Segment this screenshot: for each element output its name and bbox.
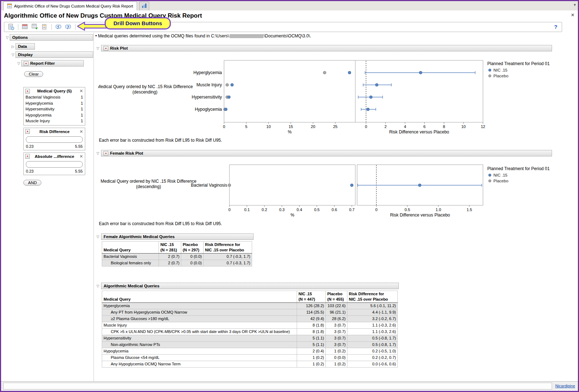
remove-filter-icon[interactable]: ✕ bbox=[79, 129, 83, 134]
tab-overflow-icon[interactable]: ▾ bbox=[574, 3, 576, 7]
data-table-icon[interactable] bbox=[21, 23, 29, 31]
table-row[interactable]: Non-algorithmic Narrow PTs5 (1.1)3 (0.7)… bbox=[102, 342, 398, 348]
disclosure-closed-icon[interactable]: ▷ bbox=[10, 45, 15, 49]
risk-difference-range-slider[interactable] bbox=[26, 136, 83, 143]
red-triangle-menu-icon[interactable]: ▼ bbox=[25, 154, 30, 159]
tab-chart[interactable] bbox=[139, 1, 149, 10]
row-label: Hyperglycemia bbox=[102, 303, 297, 309]
clear-button[interactable]: Clear bbox=[24, 71, 43, 77]
plot-panel bbox=[224, 60, 483, 122]
disclosure-open-icon[interactable]: ▽ bbox=[95, 151, 100, 155]
help-button[interactable]: ? bbox=[554, 24, 557, 30]
legend-item[interactable]: Placebo bbox=[493, 179, 509, 183]
cell-value: 2 (0.7) bbox=[159, 260, 181, 266]
section-bar[interactable]: Female Algorithmic Medical Queries bbox=[101, 233, 254, 240]
disclosure-open-icon[interactable]: ▽ bbox=[95, 284, 100, 288]
filter-list-item[interactable]: Hyperglycemia1 bbox=[24, 100, 85, 106]
table-row[interactable]: Any PT from Hyperglycemia OCMQ Narrow114… bbox=[102, 309, 398, 316]
disclosure-open-icon[interactable]: ▽ bbox=[95, 235, 100, 239]
absolute-difference-range-slider[interactable] bbox=[26, 161, 83, 168]
category-label: Hypersensitivity bbox=[192, 95, 222, 100]
risk-difference-marker[interactable] bbox=[369, 96, 372, 99]
percent-panel bbox=[229, 165, 355, 205]
filter-item-label: Bacterial Vaginosis bbox=[26, 94, 60, 100]
section-title: Risk Plot bbox=[110, 46, 128, 50]
report-icon[interactable] bbox=[7, 23, 15, 31]
red-triangle-menu-icon[interactable]: ▼ bbox=[24, 61, 28, 66]
save-table-icon[interactable] bbox=[31, 23, 39, 31]
disclosure-open-icon[interactable]: ▽ bbox=[16, 61, 21, 65]
journal-icon[interactable] bbox=[41, 23, 49, 31]
placebo-marker[interactable] bbox=[323, 71, 326, 74]
nic15-marker[interactable] bbox=[224, 108, 227, 111]
table-row[interactable]: Plasma Glucose <54 mg/dL1 (0.2)0 (0.0)0.… bbox=[102, 355, 398, 361]
cell-value: 0.2 (-0.5, 1.0) bbox=[347, 348, 398, 355]
cell-value: 96 (21.1) bbox=[326, 309, 347, 316]
column-header[interactable]: NIC .15(N = 281) bbox=[159, 242, 181, 254]
filter-list-item[interactable]: Bacterial Vaginosis1 bbox=[24, 94, 85, 100]
annotation-forward-icon[interactable] bbox=[64, 23, 72, 31]
placebo-marker[interactable] bbox=[226, 83, 229, 86]
nic15-marker[interactable] bbox=[348, 71, 351, 74]
red-triangle-menu-icon[interactable]: ▼ bbox=[104, 151, 108, 156]
annotation-back-icon[interactable] bbox=[55, 23, 63, 31]
tab-report[interactable]: Algorithmic Office of New Drugs Custom M… bbox=[3, 1, 137, 10]
red-triangle-menu-icon[interactable]: ▼ bbox=[25, 129, 30, 134]
page-title: Algorithmic Office of New Drugs Custom M… bbox=[1, 10, 578, 19]
disclosure-open-icon[interactable]: ▽ bbox=[95, 46, 100, 50]
status-link[interactable]: Nicardipine bbox=[555, 384, 575, 388]
column-header[interactable]: Placebo(N = 455) bbox=[326, 291, 347, 303]
close-icon[interactable]: × bbox=[571, 12, 574, 18]
section-bar[interactable]: ▼ Female Risk Plot bbox=[101, 150, 552, 156]
absolute-difference-filter-panel: ▼ Absolute ...ifference ✕ 0.23 5.55 bbox=[23, 152, 85, 175]
cell-value: 5.6 (-0.1, 11.2) bbox=[347, 303, 398, 309]
risk-difference-marker[interactable] bbox=[418, 184, 421, 187]
table-row[interactable]: CPK >5 x ULN AND NO (CPK-MB/CPK >0.05 wi… bbox=[102, 329, 398, 335]
and-button[interactable]: AND bbox=[23, 180, 41, 186]
table-row[interactable]: Hypoglycemia2 (0.4)1 (0.2)0.2 (-0.5, 1.0… bbox=[102, 348, 398, 355]
remove-filter-icon[interactable]: ✕ bbox=[79, 88, 83, 94]
cell-value: 3 (0.7) bbox=[326, 322, 347, 329]
sidebar-item-display[interactable]: ▽ Display bbox=[10, 51, 93, 58]
filter-list-item[interactable]: Hypoglycemia1 bbox=[24, 112, 85, 118]
table-row[interactable]: Any Hypoglycemia OCMQ Narrow Term1 (0.2)… bbox=[102, 361, 398, 368]
table-row[interactable]: Muscle Injury8 (1.8)3 (0.7)1.1 (-0.3, 2.… bbox=[102, 322, 398, 329]
disclosure-open-icon[interactable]: ▽ bbox=[10, 53, 15, 57]
column-header[interactable]: Risk Difference forNIC .15 over Placebo bbox=[204, 242, 252, 254]
legend-item[interactable]: Placebo bbox=[493, 74, 509, 78]
filter-list-item[interactable]: Hypersensitivity1 bbox=[24, 106, 85, 112]
nic15-marker[interactable] bbox=[231, 83, 233, 86]
sidebar-item-options[interactable]: ▽ Options bbox=[5, 34, 93, 41]
column-header[interactable]: Risk Difference forNIC .15 over Placebo bbox=[347, 291, 398, 303]
sidebar-item-report-filter[interactable]: ▽ ▼ Report Filter bbox=[16, 60, 93, 67]
column-header[interactable]: Medical Query bbox=[102, 242, 159, 254]
section-bar[interactable]: Algorithmic Medical Queries bbox=[101, 283, 399, 289]
filter-list-item[interactable]: Muscle Injury1 bbox=[24, 118, 85, 124]
risk-difference-marker[interactable] bbox=[375, 83, 378, 86]
table-row[interactable]: Biological females only2 (0.7)0 (0.0)0.7… bbox=[102, 260, 252, 266]
table-row[interactable]: Bacterial Vaginosis2 (0.7)0 (0.0)0.7 (-0… bbox=[102, 254, 252, 260]
sidebar-item-data[interactable]: ▷ Data bbox=[10, 43, 93, 50]
sidebar: ▽ Options ▷ Data ▽ Display ▽ ▼ Report Fi… bbox=[4, 33, 93, 382]
cell-value: 1.1 (-0.3, 2.6) bbox=[347, 329, 398, 335]
table-row[interactable]: Hypersensitivity5 (1.1)3 (0.7)0.5 (-0.8,… bbox=[102, 335, 398, 342]
risk-difference-marker[interactable] bbox=[419, 71, 422, 74]
column-header[interactable]: NIC .15(N = 447) bbox=[297, 291, 326, 303]
nic15-marker[interactable] bbox=[228, 96, 231, 99]
risk-difference-marker[interactable] bbox=[366, 108, 369, 111]
column-header[interactable]: Placebo(N = 297) bbox=[181, 242, 204, 254]
display-label: Display bbox=[18, 53, 33, 57]
remove-filter-icon[interactable]: ✕ bbox=[79, 154, 83, 159]
section-bar[interactable]: ▼ Risk Plot bbox=[101, 45, 552, 51]
nic15-marker[interactable] bbox=[350, 184, 353, 187]
placebo-marker[interactable] bbox=[228, 184, 231, 187]
legend-item[interactable]: NIC .15 bbox=[493, 173, 507, 177]
table-row[interactable]: Hyperglycemia126 (28.2)103 (22.6)5.6 (-0… bbox=[102, 303, 398, 309]
red-triangle-menu-icon[interactable]: ▼ bbox=[104, 46, 108, 51]
note-suffix: \Documents\OCMQ\3.0\. bbox=[264, 33, 311, 38]
table-row[interactable]: ≥2 Plasma Glucoses >180 mg/dL42 (9.4)28 … bbox=[102, 316, 398, 322]
disclosure-open-icon[interactable]: ▽ bbox=[5, 36, 10, 40]
legend-item[interactable]: NIC .15 bbox=[493, 68, 507, 72]
red-triangle-menu-icon[interactable]: ▼ bbox=[25, 89, 30, 94]
column-header[interactable]: Medical Query bbox=[102, 291, 297, 303]
